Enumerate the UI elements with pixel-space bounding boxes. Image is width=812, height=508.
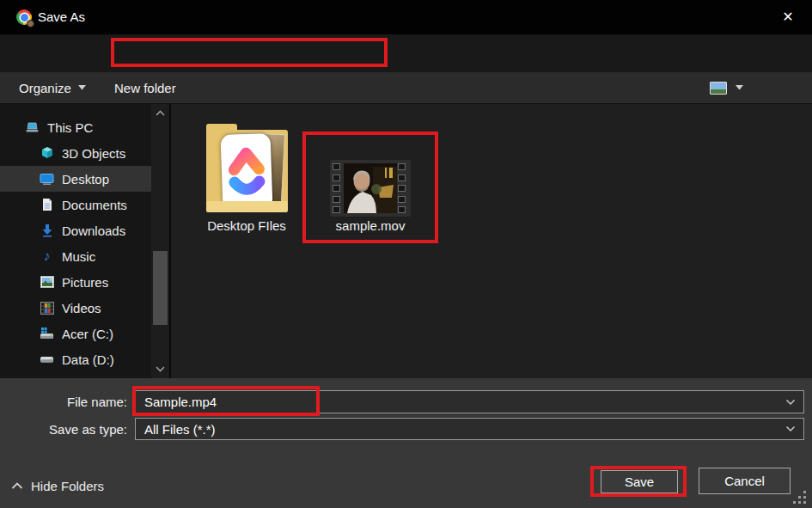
hide-folders-button[interactable]: Hide Folders bbox=[11, 475, 104, 496]
caret-down-icon bbox=[736, 85, 743, 90]
organize-label: Organize bbox=[19, 81, 71, 95]
file-label[interactable]: Desktop FIles bbox=[178, 218, 315, 233]
resize-grip[interactable] bbox=[791, 489, 807, 505]
download-icon bbox=[40, 223, 54, 238]
sidebar-item-pictures[interactable]: Pictures bbox=[0, 269, 151, 295]
change-view-button[interactable] bbox=[710, 72, 727, 103]
command-bar: Organize New folder ? bbox=[0, 72, 812, 104]
music-note-icon: ♪ bbox=[40, 249, 54, 264]
save-as-dialog: Save As ✕ ← → ↑ › This PC › Desktop › ↻ bbox=[0, 0, 812, 508]
folder-front bbox=[206, 201, 288, 212]
chrome-icon-center bbox=[21, 14, 28, 21]
hide-folders-label: Hide Folders bbox=[31, 479, 104, 493]
file-name-input[interactable] bbox=[136, 395, 785, 409]
save-as-type-select[interactable]: All Files (*.*) bbox=[135, 418, 804, 440]
desktop-icon bbox=[40, 172, 54, 187]
folder-tab bbox=[206, 124, 237, 134]
file-list-area[interactable]: Desktop FIles sample.mov bbox=[171, 104, 812, 378]
chrome-app-icon bbox=[16, 9, 32, 25]
folder-preview-logo bbox=[220, 133, 272, 211]
video-thumbnail bbox=[344, 163, 397, 213]
sidebar-item-music[interactable]: ♪ Music bbox=[0, 243, 151, 269]
new-folder-button[interactable]: New folder bbox=[114, 72, 176, 103]
sidebar-item-desktop[interactable]: Desktop bbox=[0, 166, 151, 192]
file-name-label: File name: bbox=[34, 395, 127, 409]
drive-windows-icon bbox=[40, 327, 54, 341]
file-label[interactable]: sample.mov bbox=[321, 218, 419, 233]
navigation-bar: ← → ↑ › This PC › Desktop › ↻ bbox=[0, 34, 812, 72]
folder-item-desktop-files[interactable] bbox=[206, 123, 288, 212]
drive-icon bbox=[40, 352, 54, 367]
new-folder-label: New folder bbox=[114, 81, 176, 95]
avatar bbox=[27, 20, 34, 28]
document-icon bbox=[40, 198, 54, 212]
film-icon bbox=[40, 301, 54, 315]
close-icon[interactable]: ✕ bbox=[775, 6, 801, 28]
film-holes-right bbox=[398, 163, 408, 213]
sidebar: This PC 3D Objects Desktop Documents Dow… bbox=[0, 104, 151, 378]
sidebar-item-documents[interactable]: Documents bbox=[0, 192, 151, 217]
save-as-type-label: Save as type: bbox=[24, 422, 127, 437]
save-as-type-value: All Files (*.*) bbox=[136, 422, 785, 437]
chevron-down-icon[interactable] bbox=[785, 399, 796, 406]
caret-down-icon bbox=[78, 85, 86, 90]
chevron-down-icon[interactable] bbox=[785, 425, 796, 432]
sidebar-item-downloads[interactable]: Downloads bbox=[0, 217, 151, 243]
sidebar-item-this-pc[interactable]: This PC bbox=[0, 114, 151, 140]
view-options-chevron[interactable] bbox=[736, 72, 743, 103]
sidebar-item-3d-objects[interactable]: 3D Objects bbox=[0, 140, 151, 166]
scroll-up-icon[interactable] bbox=[154, 107, 167, 119]
sidebar-item-drive-c[interactable]: Acer (C:) bbox=[0, 321, 151, 346]
pc-icon bbox=[25, 120, 40, 135]
view-thumbnail-icon bbox=[710, 82, 727, 95]
cancel-button[interactable]: Cancel bbox=[699, 468, 791, 494]
picture-icon bbox=[40, 275, 54, 290]
chevron-up-icon bbox=[11, 482, 23, 490]
file-name-combobox bbox=[135, 390, 804, 413]
organize-button[interactable]: Organize bbox=[19, 72, 86, 103]
footer-panel: File name: Save as type: All Files (*.*) bbox=[0, 378, 812, 508]
sidebar-scrollbar[interactable] bbox=[151, 104, 169, 378]
film-holes-left bbox=[333, 163, 343, 213]
save-button[interactable]: Save bbox=[601, 470, 678, 493]
video-item-sample-mov[interactable] bbox=[330, 160, 411, 217]
sidebar-item-videos[interactable]: Videos bbox=[0, 295, 151, 321]
cube-icon bbox=[40, 146, 54, 161]
scroll-down-icon[interactable] bbox=[154, 363, 167, 375]
window-title: Save As bbox=[38, 0, 85, 34]
scrollbar-thumb[interactable] bbox=[153, 251, 168, 325]
title-bar: Save As ✕ bbox=[0, 0, 812, 34]
sidebar-item-drive-d[interactable]: Data (D:) bbox=[0, 346, 151, 372]
